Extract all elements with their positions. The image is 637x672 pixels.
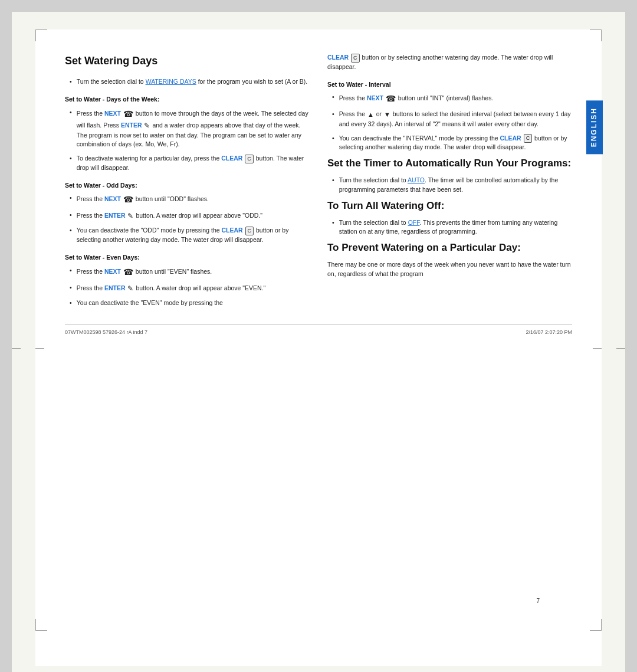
- subsection4-bullet1-text: Press the NEXT ☎ button until "INT" (int…: [339, 93, 572, 105]
- clear-keyword1: CLEAR: [221, 155, 242, 162]
- footer-left-text: 07WTM002598 57926-24 rA indd 7: [65, 329, 147, 335]
- corner-mark-tl: [35, 29, 47, 41]
- enter-icon: ✎: [144, 120, 150, 131]
- section2-title: Set the Timer to Automatically Run Your …: [327, 157, 572, 170]
- clear-icon3: C: [351, 54, 360, 63]
- auto-link: AUTO: [408, 176, 425, 183]
- footer-right-text: 2/16/07 2:07:20 PM: [526, 329, 572, 335]
- subsection2-title: Set to Water - Odd Days:: [65, 181, 310, 191]
- next-keyword3: NEXT: [104, 268, 121, 275]
- clear-keyword2: CLEAR: [221, 227, 242, 234]
- subsection2-bullet1-text: Press the NEXT ☎ button until "ODD" flas…: [77, 194, 310, 206]
- clear-icon4: C: [524, 134, 533, 143]
- subsection3-bullet2: Press the ENTER ✎ button. A water drop w…: [65, 283, 310, 294]
- section2-bullet: Turn the selection dial to AUTO. The tim…: [327, 176, 572, 195]
- enter-keyword2: ENTER: [104, 212, 126, 219]
- right-column: CLEAR C button or by selecting another w…: [327, 53, 572, 312]
- subsection2-bullet3: You can deactivate the "ODD" mode by pre…: [65, 226, 310, 245]
- subsection1-list: Press the NEXT ☎ button to move through …: [65, 108, 310, 173]
- intro-list: Turn the selection dial to WATERING DAYS…: [65, 77, 310, 87]
- subsection4-list: Press the NEXT ☎ button until "INT" (int…: [327, 93, 572, 152]
- next-icon4: ☎: [386, 93, 396, 105]
- left-column: Set Watering Days Turn the selection dia…: [65, 53, 310, 312]
- up-arrow-icon: ▲: [367, 110, 374, 120]
- section3-bullet-text: Turn the selection dial to OFF. This pre…: [339, 218, 572, 237]
- subsection3-bullet2-text: Press the ENTER ✎ button. A water drop w…: [77, 283, 310, 294]
- corner-mark-bl: [35, 619, 47, 631]
- down-arrow-icon: ▼: [384, 110, 390, 120]
- subsection1-bullet2-text: To deactivate watering for a particular …: [77, 154, 310, 173]
- corner-mark-tr: [590, 29, 602, 41]
- corner-mark-br: [590, 619, 602, 631]
- section3-list: Turn the selection dial to OFF. This pre…: [327, 218, 572, 237]
- subsection1-bullet1-text: Press the NEXT ☎ button to move through …: [77, 108, 310, 150]
- subsection1-title: Set to Water - Days of the Week:: [65, 95, 310, 104]
- subsection2-bullet2-text: Press the ENTER ✎ button. A water drop w…: [77, 211, 310, 221]
- subsection2-bullet2: Press the ENTER ✎ button. A water drop w…: [65, 211, 310, 221]
- right-side-reg-mark: [616, 348, 625, 349]
- subsection1-bullet2: To deactivate watering for a particular …: [65, 154, 310, 173]
- subsection4-bullet3: You can deactivate the "INTERVAL" mode b…: [327, 134, 572, 153]
- english-tab: ENGLISH: [586, 100, 603, 154]
- subsection4-bullet3-text: You can deactivate the "INTERVAL" mode b…: [339, 134, 572, 153]
- even-continuation: CLEAR C button or by selecting another w…: [327, 53, 572, 72]
- subsection4-bullet2-text: Press the ▲ or ▼ buttons to select the d…: [339, 110, 572, 129]
- section2-bullet-text: Turn the selection dial to AUTO. The tim…: [339, 176, 572, 195]
- section4-text: There may be one or more days of the wee…: [327, 260, 572, 279]
- subsection4-bullet1: Press the NEXT ☎ button until "INT" (int…: [327, 93, 572, 105]
- subsection3-bullet1: Press the NEXT ☎ button until "EVEN" fla…: [65, 266, 310, 278]
- footer: 07WTM002598 57926-24 rA indd 7 2/16/07 2…: [65, 324, 572, 335]
- clear-keyword3: CLEAR: [327, 54, 349, 61]
- main-title: Set Watering Days: [65, 53, 310, 69]
- section4-title: To Prevent Watering on a Particular Day:: [327, 241, 572, 254]
- next-icon3: ☎: [123, 266, 133, 278]
- reg-mark-left: [35, 348, 44, 349]
- section3-bullet: Turn the selection dial to OFF. This pre…: [327, 218, 572, 237]
- subsection3-bullet3-text: You can deactivate the "EVEN" mode by pr…: [77, 299, 310, 308]
- subsection2-bullet1: Press the NEXT ☎ button until "ODD" flas…: [65, 194, 310, 206]
- section3-title: To Turn All Watering Off:: [327, 199, 572, 212]
- subsection1-bullet1: Press the NEXT ☎ button to move through …: [65, 108, 310, 150]
- next-keyword4: NEXT: [367, 95, 383, 102]
- enter-keyword3: ENTER: [104, 284, 126, 291]
- subsection3-bullet1-text: Press the NEXT ☎ button until "EVEN" fla…: [77, 266, 310, 278]
- clear-keyword4: CLEAR: [500, 135, 521, 142]
- intro-bullet-text: Turn the selection dial to WATERING DAYS…: [77, 77, 310, 87]
- subsection2-bullet3-text: You can deactivate the "ODD" mode by pre…: [77, 226, 310, 245]
- off-link: OFF: [408, 219, 420, 226]
- next-keyword2: NEXT: [104, 196, 121, 203]
- enter-keyword: ENTER: [121, 121, 142, 128]
- next-icon2: ☎: [123, 194, 133, 206]
- content-columns: Set Watering Days Turn the selection dia…: [65, 53, 572, 312]
- subsection3-bullet3: You can deactivate the "EVEN" mode by pr…: [65, 299, 310, 308]
- left-side-reg-mark: [12, 348, 21, 349]
- enter-icon2: ✎: [127, 211, 133, 221]
- intro-bullet: Turn the selection dial to WATERING DAYS…: [65, 77, 310, 87]
- watering-days-link: WATERING DAYS: [146, 78, 196, 85]
- subsection3-list: Press the NEXT ☎ button until "EVEN" fla…: [65, 266, 310, 308]
- section2-list: Turn the selection dial to AUTO. The tim…: [327, 176, 572, 195]
- subsection4-bullet2: Press the ▲ or ▼ buttons to select the d…: [327, 110, 572, 129]
- page-container: ENGLISH Set Watering Days Turn the selec…: [12, 12, 625, 672]
- reg-mark-right: [593, 348, 602, 349]
- clear-icon1: C: [245, 155, 254, 163]
- clear-icon2: C: [245, 227, 254, 235]
- next-keyword: NEXT: [104, 110, 121, 117]
- subsection2-list: Press the NEXT ☎ button until "ODD" flas…: [65, 194, 310, 245]
- subsection3-title: Set to Water - Even Days:: [65, 253, 310, 263]
- subsection4-title: Set to Water - Interval: [327, 80, 572, 90]
- content-wrapper: Set Watering Days Turn the selection dia…: [65, 53, 572, 637]
- page-number: 7: [536, 598, 540, 604]
- page-inner: ENGLISH Set Watering Days Turn the selec…: [35, 29, 602, 666]
- next-icon: ☎: [123, 108, 133, 120]
- enter-icon3: ✎: [127, 283, 133, 294]
